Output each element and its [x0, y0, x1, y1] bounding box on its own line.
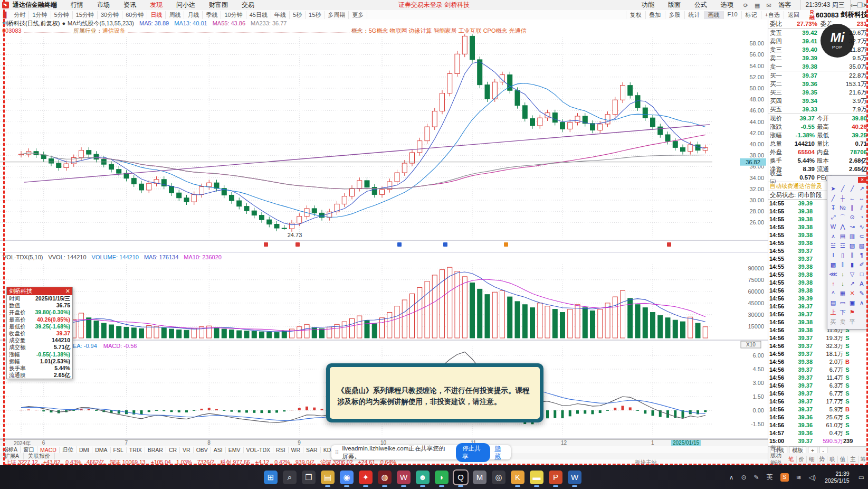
powerpoint-icon[interactable]: P	[549, 471, 562, 484]
drawing-tool-icon[interactable]: 平	[847, 317, 857, 326]
drawing-tool-icon[interactable]: ▭	[838, 298, 847, 307]
refresh-icon[interactable]: ⟳	[740, 2, 751, 8]
indicator-tab-BRAR[interactable]: BRAR	[145, 447, 166, 453]
drawing-tool-icon[interactable]: ✐	[857, 260, 866, 269]
drawing-tool-icon[interactable]: ⌒	[838, 212, 847, 222]
menu-item-交易[interactable]: 交易	[235, 1, 261, 8]
menu-item-资讯[interactable]: 资讯	[117, 1, 143, 8]
drawing-tool-icon[interactable]: 上	[828, 307, 838, 317]
drawing-tool-icon[interactable]: ▩	[828, 260, 838, 269]
drawing-tool-icon[interactable]: ∧	[857, 298, 866, 307]
drawing-tool-icon[interactable]: ▤	[828, 298, 838, 307]
ticker-right-label[interactable]: 板块主站	[635, 459, 657, 465]
drag-handle-icon[interactable]: ⠿	[335, 449, 339, 456]
microphone-icon[interactable]: ⊙	[738, 474, 750, 481]
drawing-tool-icon[interactable]	[857, 307, 866, 317]
maximize-icon[interactable]: ❐	[857, 2, 863, 9]
indicator-tab-OBV[interactable]: OBV	[194, 447, 211, 453]
panel-tab-细[interactable]: 细	[807, 456, 817, 463]
period-30分钟[interactable]: 30分钟	[98, 11, 122, 19]
period-1分钟[interactable]: 1分钟	[29, 11, 51, 19]
tool-复权[interactable]: 复权	[626, 11, 645, 19]
period-月线[interactable]: 月线	[184, 11, 203, 19]
drawing-tool-icon[interactable]: ⋏	[828, 231, 838, 241]
drawing-tool-icon[interactable]: ↔	[857, 193, 866, 203]
tool-叠加[interactable]: 叠加	[645, 11, 665, 19]
mail-icon[interactable]: ✉	[763, 2, 774, 8]
sticky-notes-icon[interactable]: ▬	[530, 471, 543, 484]
indicator-name[interactable]: MA均线股今(5,13,55,233)	[68, 20, 134, 27]
drawing-tool-icon[interactable]: ◔	[857, 212, 866, 222]
period-季线[interactable]: 季线	[203, 11, 221, 19]
drawing-tool-icon[interactable]: ➤	[828, 184, 838, 193]
indicator-tab-VR[interactable]: VR	[180, 447, 194, 453]
drawing-tool-icon[interactable]: ↝	[847, 222, 857, 231]
drawing-tool-icon[interactable]: ⊂	[857, 231, 866, 241]
menu-item-功能[interactable]: 功能	[635, 1, 661, 8]
drawing-tool-icon[interactable]: ⊙	[847, 212, 857, 222]
panel-tab-价[interactable]: 价	[797, 456, 807, 463]
tdx-app-icon[interactable]: ✦	[359, 471, 373, 484]
menu-item-问小达[interactable]: 问小达	[169, 1, 202, 8]
notification-center-icon[interactable]: ▭	[855, 474, 868, 481]
indicator-tab-TRIX[interactable]: TRIX	[127, 447, 145, 453]
panel-tab-势[interactable]: 势	[817, 456, 828, 463]
word-icon[interactable]: W	[568, 471, 581, 484]
drawing-tool-icon[interactable]: ▽	[847, 269, 857, 279]
drawing-tool-icon[interactable]: ╱	[847, 184, 857, 193]
panel-tab-值[interactable]: 值	[838, 456, 848, 463]
layout-icon[interactable]: ▦	[751, 2, 763, 8]
tool-画线[interactable]: 画线	[704, 11, 723, 19]
drawing-tool-icon[interactable]: ∿	[857, 222, 866, 231]
period-分时[interactable]: 分时	[11, 11, 29, 19]
drawing-tool-icon[interactable]: A	[857, 279, 866, 288]
drawing-tool-icon[interactable]: ↗	[857, 184, 866, 193]
drawing-tool-icon[interactable]: 卖	[838, 317, 847, 326]
wechat-icon[interactable]: ◗	[435, 471, 449, 484]
drawing-tool-icon[interactable]: ▯	[838, 250, 847, 260]
drawing-tool-icon[interactable]: ┼	[838, 193, 847, 203]
period-45日线[interactable]: 45日线	[246, 11, 271, 19]
tool-多股[interactable]: 多股	[665, 11, 684, 19]
search-icon[interactable]: ⌕	[283, 471, 297, 484]
indicator-tab-ASI[interactable]: ASI	[211, 447, 226, 453]
drawing-tool-icon[interactable]: ▦	[838, 288, 847, 298]
drawing-tool-icon[interactable]: ⤢	[828, 212, 838, 222]
tray-chevron-icon[interactable]: ∧	[726, 474, 738, 481]
period-15秒[interactable]: 15秒	[306, 11, 325, 19]
menu-item-行情[interactable]: 行情	[64, 1, 90, 8]
industry-value[interactable]: 通信设备	[102, 27, 126, 35]
drawing-tool-icon[interactable]: ☲	[838, 241, 847, 250]
drawing-tool-icon[interactable]: ↓	[838, 269, 847, 279]
drawing-tool-icon[interactable]: ⫽	[857, 203, 866, 212]
drawing-tool-icon[interactable]: □	[857, 269, 866, 279]
close-icon[interactable]: ✕	[65, 287, 70, 295]
drawing-tool-icon[interactable]: ╱	[828, 193, 838, 203]
tool-F10[interactable]: F10	[723, 11, 741, 19]
panel-tab-主[interactable]: 主	[848, 456, 859, 463]
indicator-tab-MACD[interactable]: MACD	[37, 447, 60, 453]
indicator-tab-RSI[interactable]: RSI	[273, 447, 289, 453]
drawing-tool-icon[interactable]: ←	[847, 193, 857, 203]
indicator-tab-DMI[interactable]: DMI	[77, 447, 92, 453]
tool-统计[interactable]: 统计	[684, 11, 704, 19]
drawing-tool-icon[interactable]: W	[828, 222, 838, 231]
drawing-tool-icon[interactable]: ⋀	[838, 222, 847, 231]
drawing-tool-icon[interactable]: ⫿	[838, 260, 847, 269]
drawing-tool-icon[interactable]: №	[838, 203, 847, 212]
drawing-tool-icon[interactable]: ᴬ	[828, 288, 838, 298]
menu-item-公式[interactable]: 公式	[688, 1, 714, 8]
menu-item-市场[interactable]: 市场	[90, 1, 117, 8]
drawing-tool-icon[interactable]: ▨	[847, 241, 857, 250]
tab-扩展A[interactable]: 扩展A	[0, 453, 24, 460]
drawing-tool-icon[interactable]: ▤	[838, 231, 847, 241]
tool-标记[interactable]: 标记	[741, 11, 761, 19]
drawing-tool-icon[interactable]	[857, 317, 866, 326]
drawing-tool-icon[interactable]: ☱	[828, 241, 838, 250]
drawing-tool-icon[interactable]: ▧	[857, 241, 866, 250]
period-日线[interactable]: 日线	[147, 11, 166, 19]
tool-+自选[interactable]: +自选	[761, 11, 784, 19]
drawing-tool-icon[interactable]: ↧	[828, 203, 838, 212]
tool-返回[interactable]: 返回	[784, 11, 803, 19]
tab-关联报价[interactable]: 关联报价	[24, 453, 55, 460]
